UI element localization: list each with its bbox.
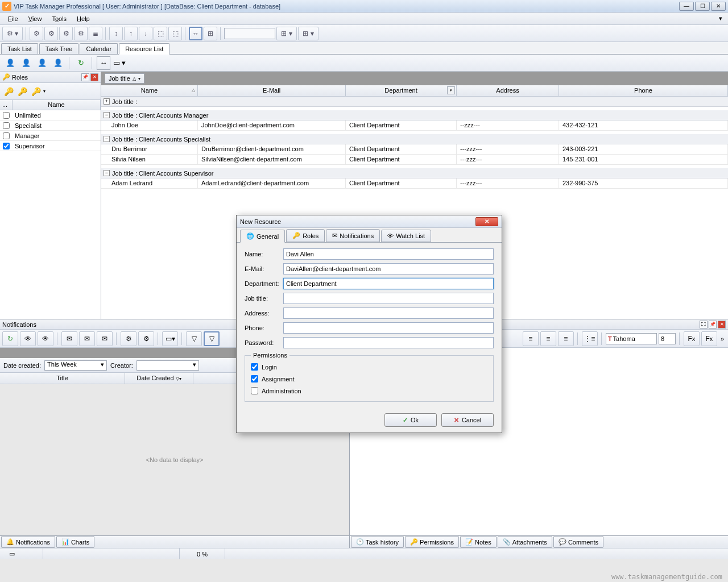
dialog-tab-roles[interactable]: 🔑Roles [286, 229, 325, 242]
notif-col-date[interactable]: Date Created ▽▾ [125, 373, 193, 384]
group-chip[interactable]: Job title△▾ [105, 73, 144, 84]
input-address[interactable] [283, 307, 494, 319]
menu-help[interactable]: Help [72, 14, 94, 23]
col-department[interactable]: Department▾ [346, 85, 457, 96]
input-jobtitle[interactable] [283, 293, 494, 304]
toolbar-btn-4[interactable]: ⚙ [59, 27, 73, 40]
sub-btn-2[interactable]: 👤 [19, 56, 33, 70]
group-toggle-icon[interactable]: − [104, 112, 110, 118]
dialog-close-button[interactable]: ✕ [475, 217, 498, 226]
roles-col-name[interactable]: Name [13, 100, 101, 110]
maximize-button[interactable]: ☐ [695, 2, 710, 11]
notif-btn-9[interactable]: ▭▾ [162, 331, 178, 346]
list-icon[interactable]: ⋮≡ [582, 331, 598, 346]
notif-btn-6[interactable]: ✉ [97, 331, 113, 346]
notif-expand-icon[interactable]: ⛶ [700, 321, 708, 329]
role-checkbox[interactable] [3, 112, 10, 119]
toolbar-btn-8[interactable]: ⬚ [168, 27, 182, 40]
toolbar-up-icon[interactable]: ↑ [124, 27, 138, 40]
bottom-tab-notifications[interactable]: 🔔Notifications [1, 536, 55, 548]
filter-icon-2[interactable]: ▽ [204, 331, 220, 346]
key-edit-icon[interactable]: 🔑 [16, 85, 28, 98]
col-name[interactable]: Name△ [101, 85, 198, 96]
roles-row[interactable]: Unlimited [0, 110, 101, 120]
group-toggle-icon[interactable]: − [104, 136, 110, 142]
toolbar-overflow[interactable]: » [719, 335, 726, 342]
font-btn-1[interactable]: Fx [684, 331, 700, 346]
group-header[interactable]: +Job title : [101, 97, 728, 107]
notif-btn-4[interactable]: ✉ [61, 331, 77, 346]
dialog-tab-general[interactable]: 🌐General [240, 230, 285, 243]
font-size-selector[interactable]: 8 [659, 333, 676, 344]
sub-btn-1[interactable]: 👤 [3, 56, 17, 70]
sub-btn-5[interactable]: ▭ ▾ [113, 56, 126, 70]
roles-close-icon[interactable]: ✕ [90, 73, 98, 81]
bottom-tab-notes[interactable]: 📝Notes [460, 536, 497, 548]
toolbar-btn-7[interactable]: ⬚ [154, 27, 167, 40]
toolbar-btn-10[interactable]: ⊞ ▾ [276, 27, 297, 40]
toolbar-btn-6[interactable]: ≣ [89, 27, 102, 40]
input-email[interactable] [283, 263, 494, 275]
toolbar-updown-icon[interactable]: ↕ [109, 27, 123, 40]
group-header[interactable]: −Job title : Client Accounts Manager [101, 110, 728, 120]
tab-task-list[interactable]: Task List [1, 43, 38, 54]
table-row[interactable]: Silvia NilsenSilviaNilsen@client-departm… [101, 155, 728, 165]
group-header[interactable]: −Job title : Client Accounts Supervisor [101, 168, 728, 178]
font-btn-2[interactable]: Fx [701, 331, 717, 346]
group-header[interactable]: −Job title : Client Accounts Specialist [101, 134, 728, 144]
dialog-tab-watchlist[interactable]: 👁Watch List [381, 230, 431, 242]
tab-task-tree[interactable]: Task Tree [39, 43, 79, 54]
menu-tools[interactable]: Tools [47, 14, 71, 23]
roles-row[interactable]: Manager [0, 131, 101, 141]
toolbar-btn-1[interactable]: ⚙ ▾ [2, 27, 23, 40]
notif-btn-8[interactable]: ⚙ [138, 331, 154, 346]
input-phone[interactable] [283, 322, 494, 334]
refresh-icon[interactable]: ↻ [74, 56, 88, 70]
roles-pin-icon[interactable]: 📌 [81, 73, 89, 81]
input-password[interactable] [283, 337, 494, 348]
role-checkbox[interactable] [3, 132, 10, 139]
filter-icon[interactable]: ▽ [186, 331, 202, 346]
roles-col-dots[interactable]: ... [0, 100, 13, 110]
notif-btn-2[interactable]: 👁 [20, 331, 36, 346]
toolbar-btn-3[interactable]: ⚙ [44, 27, 58, 40]
col-address[interactable]: Address [457, 85, 559, 96]
key-add-icon[interactable]: 🔑 [2, 85, 15, 98]
role-checkbox[interactable] [3, 143, 10, 149]
bottom-tab-attachments[interactable]: 📎Attachments [498, 536, 552, 548]
align-left-icon[interactable]: ≡ [523, 331, 539, 346]
align-right-icon[interactable]: ≡ [558, 331, 574, 346]
checkbox-assignment[interactable] [251, 375, 258, 383]
dialog-tab-notifications[interactable]: ✉Notifications [326, 229, 380, 242]
bottom-tab-charts[interactable]: 📊Charts [56, 536, 94, 548]
font-selector[interactable]: TTahoma [606, 333, 657, 344]
menubar-overflow[interactable]: ▾ [717, 15, 725, 22]
sub-leftright-icon[interactable]: ↔ [97, 56, 110, 70]
group-toggle-icon[interactable]: + [104, 98, 110, 105]
roles-row[interactable]: Specialist [0, 120, 101, 131]
table-row[interactable]: John DoeJohnDoe@client-department.comCli… [101, 120, 728, 131]
toolbar-combo-1[interactable] [224, 28, 275, 39]
checkbox-login[interactable] [251, 363, 258, 371]
input-name[interactable] [283, 248, 494, 260]
bottom-tab-permissions[interactable]: 🔑Permissions [405, 536, 459, 548]
menu-view[interactable]: View [24, 14, 47, 23]
col-phone[interactable]: Phone [559, 85, 728, 96]
roles-row[interactable]: Supervisor [0, 141, 101, 151]
date-created-combo[interactable]: This Week ▾ [44, 360, 107, 371]
toolbar-btn-9[interactable]: ⊞ [204, 27, 217, 40]
toolbar-btn-5[interactable]: ⚙ [74, 27, 88, 40]
toolbar-btn-2[interactable]: ⚙ [30, 27, 43, 40]
ok-button[interactable]: ✓Ok [384, 413, 437, 427]
align-center-icon[interactable]: ≡ [540, 331, 556, 346]
table-row[interactable]: Adam LedrandAdamLedrand@client-departmen… [101, 178, 728, 189]
notif-pin-icon[interactable]: 📌 [709, 321, 717, 329]
toolbar-btn-11[interactable]: ⊞ ▾ [298, 27, 318, 40]
notif-refresh-icon[interactable]: ↻ [2, 331, 18, 346]
menu-file[interactable]: File [3, 14, 23, 23]
notif-col-title[interactable]: Title [0, 373, 125, 384]
toolbar-down-icon[interactable]: ↓ [139, 27, 152, 40]
key-delete-icon[interactable]: 🔑 [30, 85, 42, 98]
checkbox-administration[interactable] [251, 387, 258, 394]
notif-btn-3[interactable]: 👁 [38, 331, 53, 346]
